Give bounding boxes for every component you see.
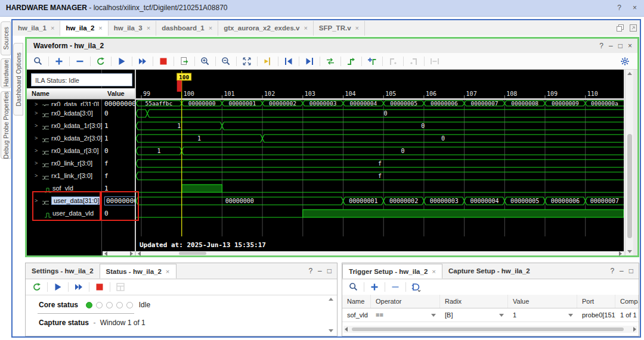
tab-dashboard_1[interactable]: dashboard_1×	[156, 21, 218, 36]
value-column-scrollbar[interactable]	[103, 251, 135, 255]
waveform-canvas[interactable]: 9910010110210310410510610710810911011155…	[136, 70, 624, 251]
search-icon[interactable]	[347, 280, 360, 294]
expander-icon[interactable]: >	[35, 98, 38, 106]
tab-hw_ila_1[interactable]: hw_ila_1×	[13, 21, 60, 36]
export-waveform-icon[interactable]	[178, 55, 191, 68]
maximize-pane-icon[interactable]	[628, 23, 638, 35]
run-trigger-icon[interactable]	[30, 280, 44, 294]
tab-close-icon[interactable]: ×	[98, 24, 102, 32]
dropdown-caret-icon[interactable]	[431, 314, 436, 317]
column-header-port[interactable]: Port	[577, 295, 615, 308]
tab-capture-setup-hw-ila-2[interactable]: Capture Setup - hw_ila_2	[442, 264, 536, 279]
dropdown-caret-icon[interactable]	[568, 314, 573, 317]
tab-hw_ila_2[interactable]: hw_ila_2×	[60, 21, 108, 36]
tab-settings-hw-ila-2[interactable]: Settings - hw_ila_2	[26, 264, 100, 279]
help-icon[interactable]: ?	[599, 42, 604, 50]
trigger-row-sof_vld[interactable]: sof_vld==[B]1probe0[151]1 of 1	[342, 308, 639, 322]
scroll-right-icon[interactable]	[633, 327, 636, 332]
settings-gear-icon[interactable]	[618, 55, 631, 68]
close-icon[interactable]: ×	[633, 0, 637, 16]
signal-row-rx0_kdata[interactable]: >rx0_kdata[3:0]0	[27, 107, 135, 120]
tab-close-icon[interactable]: ×	[147, 24, 150, 32]
close-icon[interactable]: ×	[628, 42, 633, 50]
go-to-time-icon[interactable]	[261, 55, 274, 68]
stop-icon[interactable]	[93, 280, 106, 294]
zoom-in-icon[interactable]	[199, 55, 212, 68]
tab-close-icon[interactable]: ×	[166, 268, 170, 275]
tab-gtx_aurora_x2_exdes.v[interactable]: gtx_aurora_x2_exdes.v×	[218, 21, 314, 36]
search-icon[interactable]	[32, 55, 45, 68]
zoom-fit-icon[interactable]	[240, 55, 253, 68]
add-icon[interactable]	[368, 280, 381, 294]
tab-close-icon[interactable]: ×	[209, 24, 212, 32]
run-icon[interactable]	[51, 280, 64, 294]
signal-row-rx0_kdata_2r[interactable]: >rx0_kdata_2r[3:0]1	[27, 132, 135, 145]
expander-icon[interactable]: >	[35, 107, 38, 120]
waveform-window-header[interactable]: Waveform - hw_ila_2 ?–□×	[27, 39, 637, 54]
signal-row-rx0_link_r[interactable]: >rx0_link_r[3:0]f	[27, 157, 135, 170]
minimize-icon[interactable]: –	[620, 267, 624, 275]
column-header-name[interactable]: Name	[342, 295, 371, 308]
h-scroll-thumb[interactable]	[352, 327, 624, 331]
add-marker-icon[interactable]	[366, 55, 379, 68]
prev-transition-icon[interactable]	[282, 55, 295, 68]
tab-hw_ila_3[interactable]: hw_ila_3×	[109, 21, 156, 36]
dropdown-caret-icon[interactable]	[499, 314, 504, 317]
maximize-icon[interactable]: □	[327, 267, 332, 275]
trigger-h-scrollbar[interactable]	[343, 326, 637, 333]
signal-row-rx0_data_r[interactable]: >rx0_data_r[31:0]00000000	[27, 98, 135, 106]
cell-radix[interactable]: [B]	[440, 308, 508, 322]
signal-row-rx0_kdata_r[interactable]: >rx0_kdata_r[3:0]0	[27, 145, 135, 157]
name-column-header[interactable]: Name	[32, 89, 49, 98]
waveform-v-scrollbar[interactable]	[625, 70, 633, 255]
expander-icon[interactable]: >	[35, 120, 38, 132]
expander-icon[interactable]: >	[35, 170, 38, 182]
scroll-right-icon[interactable]	[130, 251, 133, 256]
sidebar-tab-dashboard-options[interactable]: Dashboard Options	[13, 43, 23, 116]
next-transition-icon[interactable]	[303, 55, 316, 68]
column-header-operator[interactable]: Operator	[371, 295, 440, 308]
minimize-icon[interactable]: –	[318, 267, 323, 275]
cell-operator[interactable]: ==	[371, 308, 440, 322]
expander-icon[interactable]: >	[35, 132, 38, 145]
run-all-icon[interactable]	[72, 280, 85, 294]
signal-row-rx1_link_r[interactable]: >rx1_link_r[3:0]f	[27, 170, 135, 182]
v-scroll-thumb[interactable]	[627, 134, 632, 238]
tab-SFP_TR.v[interactable]: SFP_TR.v×	[314, 21, 365, 36]
sidebar-tab-sources[interactable]: Sources	[1, 21, 11, 55]
expander-icon[interactable]: >	[35, 157, 38, 170]
tab-status-hw-ila-2[interactable]: Status - hw_ila_2×	[100, 264, 177, 279]
scroll-down-icon[interactable]	[627, 250, 632, 253]
gate-menu-icon[interactable]	[410, 280, 423, 294]
sidebar-tab-hardware[interactable]: Hardware	[1, 58, 11, 88]
maximize-icon[interactable]: □	[618, 42, 623, 50]
column-header-value[interactable]: Value	[508, 295, 577, 308]
help-icon[interactable]: ?	[617, 0, 621, 16]
scroll-right-icon[interactable]	[619, 251, 622, 256]
swap-trigger-icon[interactable]	[324, 55, 337, 68]
column-header-radix[interactable]: Radix	[440, 295, 508, 308]
expander-icon[interactable]: >	[35, 145, 38, 157]
run-trigger-icon[interactable]	[94, 55, 107, 68]
maximize-icon[interactable]: □	[629, 267, 634, 275]
run-icon[interactable]	[115, 55, 128, 68]
run-all-icon[interactable]	[136, 55, 149, 68]
waveform-h-scrollbar[interactable]	[136, 251, 624, 255]
stop-icon[interactable]	[157, 55, 170, 68]
set-trigger-icon[interactable]	[345, 55, 358, 68]
sidebar-tab-debug-probe-properties[interactable]: Debug Probe Properties	[1, 91, 11, 159]
zoom-out-icon[interactable]	[219, 55, 233, 68]
tab-close-icon[interactable]: ×	[432, 268, 436, 275]
tab-close-icon[interactable]: ×	[355, 24, 359, 32]
tab-close-icon[interactable]: ×	[51, 24, 54, 32]
value-column-header[interactable]: Value	[107, 89, 125, 98]
h-scroll-thumb[interactable]	[179, 252, 206, 255]
tab-close-icon[interactable]: ×	[304, 24, 307, 32]
scroll-down-icon[interactable]	[329, 329, 333, 332]
remove-icon[interactable]	[73, 55, 86, 68]
scroll-left-icon[interactable]	[345, 327, 348, 332]
scroll-left-icon[interactable]	[138, 251, 141, 256]
scroll-up-icon[interactable]	[329, 298, 333, 301]
minimize-icon[interactable]: –	[609, 42, 614, 50]
tab-trigger-setup-hw-ila-2[interactable]: Trigger Setup - hw_ila_2×	[342, 264, 442, 279]
